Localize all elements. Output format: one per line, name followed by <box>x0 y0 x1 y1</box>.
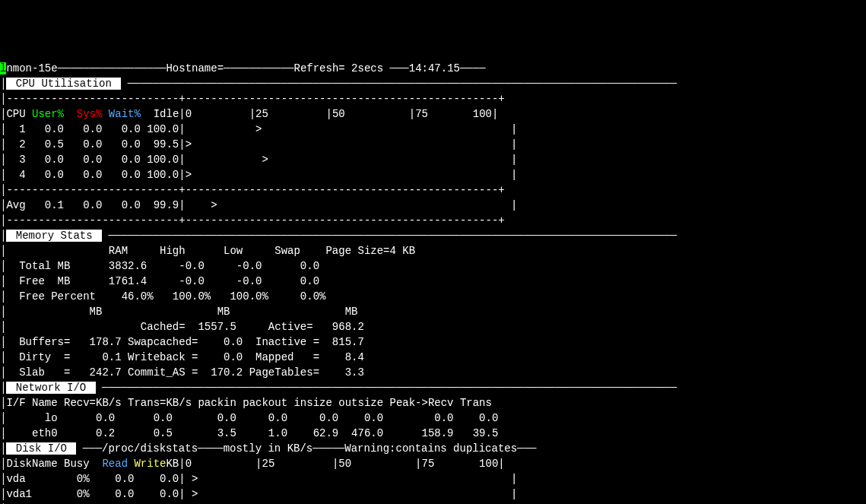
terminal-output: lnmon-15e─────────────────Hostname=─────… <box>0 61 866 504</box>
refresh-label: Refresh= 2secs <box>294 62 384 74</box>
hostname-label: Hostname= <box>166 62 224 74</box>
clock: 14:47.15 <box>409 62 460 74</box>
program-name: nmon-15e <box>6 62 57 74</box>
